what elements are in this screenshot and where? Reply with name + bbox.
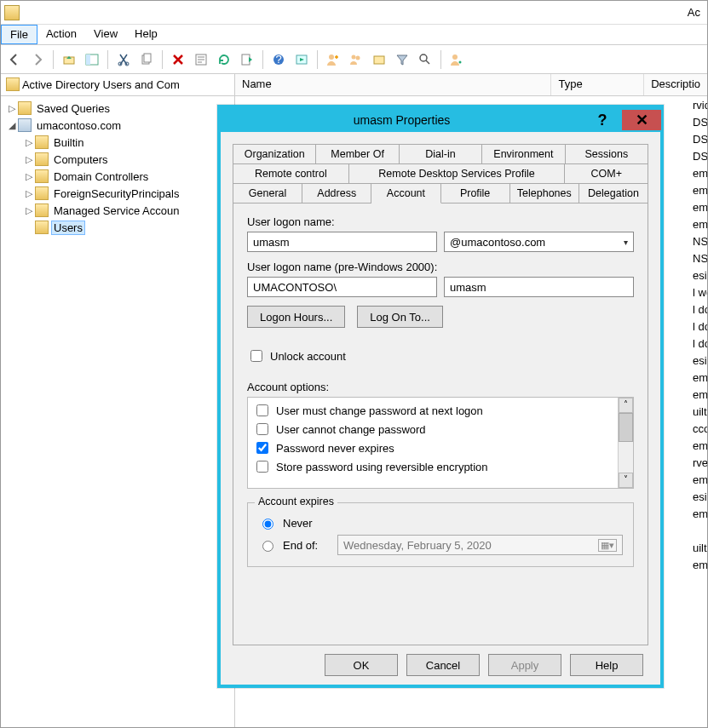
col-type[interactable]: Type bbox=[551, 74, 644, 95]
export-icon[interactable] bbox=[237, 49, 257, 70]
apply-button[interactable]: Apply bbox=[488, 654, 561, 676]
tab-organization[interactable]: Organization bbox=[233, 144, 316, 163]
dialog-close-button[interactable]: ✕ bbox=[622, 110, 661, 130]
expires-endof-label: End of: bbox=[283, 539, 331, 552]
pre2000-user-input[interactable] bbox=[444, 277, 634, 297]
dialog-title-bar[interactable]: umasm Properties ? ✕ bbox=[221, 108, 660, 132]
help-icon[interactable]: ? bbox=[268, 49, 289, 70]
properties-icon[interactable] bbox=[191, 49, 211, 70]
cancel-button[interactable]: Cancel bbox=[406, 654, 480, 676]
expires-endof-radio[interactable] bbox=[262, 541, 273, 552]
scroll-down-icon[interactable]: ˅ bbox=[619, 473, 633, 488]
tree-header: Active Directory Users and Com bbox=[1, 74, 234, 96]
help-button[interactable]: Help bbox=[570, 654, 643, 676]
dialog-button-row: OK Cancel Apply Help bbox=[233, 645, 648, 676]
run-icon[interactable] bbox=[291, 49, 312, 70]
tree-pane: Active Directory Users and Com ▷Saved Qu… bbox=[1, 74, 235, 727]
opt-reversible-checkbox[interactable] bbox=[256, 461, 268, 473]
expires-date-picker[interactable]: Wednesday, February 5, 2020 ▦▾ bbox=[337, 535, 623, 555]
opt-cannot-change-checkbox[interactable] bbox=[256, 423, 268, 435]
menu-help[interactable]: Help bbox=[126, 25, 166, 44]
svg-rect-2 bbox=[86, 54, 90, 65]
menu-view[interactable]: View bbox=[85, 25, 126, 44]
svg-point-16 bbox=[420, 54, 427, 61]
tree-domain-controllers[interactable]: ▷Domain Controllers bbox=[3, 168, 233, 185]
col-desc[interactable]: Descriptio bbox=[644, 74, 707, 95]
scroll-thumb[interactable] bbox=[619, 413, 633, 442]
filter-icon[interactable] bbox=[392, 49, 412, 70]
app-title-fragment: Ac bbox=[688, 6, 704, 19]
tab-com-plus[interactable]: COM+ bbox=[565, 163, 648, 183]
tree-fsp[interactable]: ▷ForeignSecurityPrincipals bbox=[3, 185, 233, 202]
logon-name-input[interactable] bbox=[247, 232, 437, 252]
tree-computers[interactable]: ▷Computers bbox=[3, 151, 233, 168]
menu-file[interactable]: File bbox=[1, 25, 37, 44]
nav-forward-icon[interactable] bbox=[27, 49, 48, 70]
opt-must-change-checkbox[interactable] bbox=[256, 404, 268, 416]
menu-bar: File Action View Help bbox=[1, 25, 707, 45]
tree-msa[interactable]: ▷Managed Service Accoun bbox=[3, 202, 233, 219]
chevron-down-icon: ▾ bbox=[624, 238, 628, 247]
opt-never-expires-checkbox[interactable] bbox=[256, 442, 268, 454]
up-folder-icon[interactable] bbox=[59, 49, 79, 70]
tab-general[interactable]: General bbox=[233, 183, 302, 203]
unlock-account-checkbox[interactable] bbox=[250, 350, 262, 362]
tree-builtin[interactable]: ▷Builtin bbox=[3, 134, 233, 151]
dialog-title: umasm Properties bbox=[221, 113, 583, 127]
svg-rect-8 bbox=[242, 54, 250, 65]
tab-sessions[interactable]: Sessions bbox=[566, 144, 648, 163]
new-user-icon[interactable] bbox=[323, 49, 343, 70]
logon-hours-button[interactable]: Logon Hours... bbox=[247, 306, 345, 328]
tab-dial-in[interactable]: Dial-in bbox=[400, 144, 482, 163]
title-bar: Ac bbox=[1, 1, 707, 25]
pre2000-label: User logon name (pre-Windows 2000): bbox=[247, 261, 634, 273]
nav-back-icon[interactable] bbox=[4, 49, 25, 70]
dialog-help-button[interactable]: ? bbox=[583, 110, 622, 130]
tree-body[interactable]: ▷Saved Queries ◢umacontoso.com ▷Builtin … bbox=[1, 96, 234, 239]
menu-action[interactable]: Action bbox=[37, 25, 85, 44]
ok-button[interactable]: OK bbox=[325, 654, 398, 676]
log-on-to-button[interactable]: Log On To... bbox=[357, 306, 443, 328]
delete-icon[interactable] bbox=[168, 49, 188, 70]
options-scrollbar[interactable]: ˄ ˅ bbox=[618, 398, 633, 488]
tab-telephones[interactable]: Telephones bbox=[510, 183, 579, 203]
find-icon[interactable] bbox=[415, 49, 435, 70]
tree-domain[interactable]: ◢umacontoso.com bbox=[3, 117, 233, 134]
scroll-up-icon[interactable]: ˄ bbox=[619, 398, 633, 413]
upn-suffix-combo[interactable]: @umacontoso.com▾ bbox=[444, 232, 634, 252]
svg-point-18 bbox=[459, 60, 462, 63]
svg-point-12 bbox=[329, 54, 334, 60]
tab-delegation[interactable]: Delegation bbox=[579, 183, 648, 203]
tab-page-account: User logon name: @umacontoso.com▾ User l… bbox=[233, 203, 648, 645]
account-expires-legend: Account expires bbox=[255, 496, 337, 507]
account-expires-group: Account expires Never End of: Wednesday,… bbox=[247, 502, 634, 567]
logon-name-label: User logon name: bbox=[247, 215, 634, 228]
refresh-icon[interactable] bbox=[214, 49, 234, 70]
account-options-list: User must change password at next logon … bbox=[247, 397, 634, 489]
add-to-group-icon[interactable] bbox=[446, 49, 467, 70]
properties-dialog: umasm Properties ? ✕ Organization Member… bbox=[217, 105, 664, 688]
tab-member-of[interactable]: Member Of bbox=[316, 144, 399, 163]
svg-rect-15 bbox=[374, 56, 384, 64]
show-hide-tree-icon[interactable] bbox=[82, 49, 102, 70]
tree-saved-queries[interactable]: ▷Saved Queries bbox=[3, 100, 233, 117]
expires-never-radio[interactable] bbox=[262, 519, 273, 530]
svg-point-14 bbox=[356, 55, 360, 60]
tab-account[interactable]: Account bbox=[371, 183, 440, 203]
app-icon bbox=[4, 5, 20, 20]
unlock-account-label: Unlock account bbox=[270, 350, 346, 363]
copy-icon[interactable] bbox=[136, 49, 157, 70]
tab-rds-profile[interactable]: Remote Desktop Services Profile bbox=[349, 163, 566, 183]
tab-profile[interactable]: Profile bbox=[441, 183, 510, 203]
tab-environment[interactable]: Environment bbox=[482, 144, 565, 163]
tree-users[interactable]: Users bbox=[3, 219, 233, 236]
cut-icon[interactable] bbox=[113, 49, 134, 70]
col-name[interactable]: Name bbox=[235, 74, 551, 95]
tab-address[interactable]: Address bbox=[302, 183, 371, 203]
tab-remote-control[interactable]: Remote control bbox=[233, 163, 349, 183]
tab-strip: Organization Member Of Dial-in Environme… bbox=[233, 144, 648, 203]
pre2000-domain-field bbox=[247, 277, 437, 297]
account-options-label: Account options: bbox=[247, 381, 634, 393]
new-ou-icon[interactable] bbox=[369, 49, 389, 70]
new-group-icon[interactable] bbox=[346, 49, 366, 70]
